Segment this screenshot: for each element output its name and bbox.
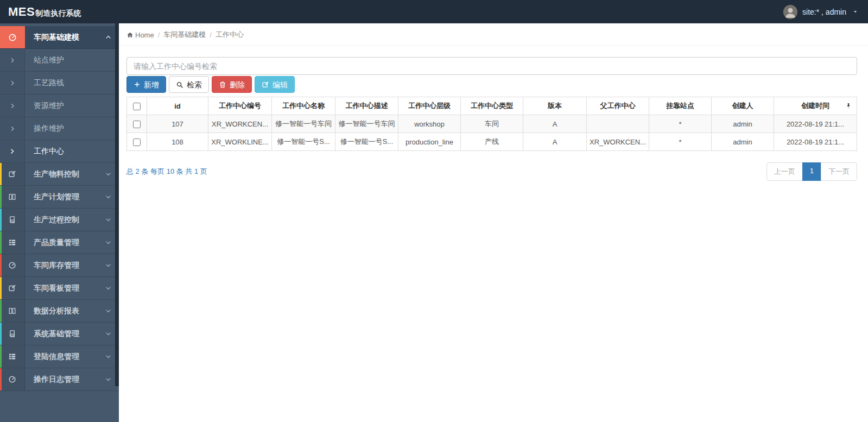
list-icon	[0, 231, 25, 254]
pagination: 上一页 1 下一页	[766, 162, 857, 181]
caret-down-icon	[852, 9, 858, 15]
sidebar-item-quality-management[interactable]: 产品质量管理	[0, 231, 119, 254]
sidebar-item-system-management[interactable]: 系统基础管理	[0, 323, 119, 345]
col-header-level: 工作中心层级	[398, 97, 461, 115]
sidebar-item-inventory-management[interactable]: 车间库存管理	[0, 254, 119, 277]
col-header-name: 工作中心名称	[272, 97, 335, 115]
sidebar-item-material-control[interactable]: 生产物料控制	[0, 163, 119, 186]
angle-right-icon	[0, 117, 25, 140]
book-icon	[0, 209, 25, 231]
color-strip	[0, 300, 2, 322]
cell-name: 修一智能一号车间	[272, 115, 335, 133]
dashboard-icon	[0, 368, 25, 390]
sidebar-item-workshop-modeling[interactable]: 车间基础建模	[0, 26, 119, 49]
cell-parent: XR_WORKCEN...	[587, 133, 649, 151]
page-1-button[interactable]: 1	[802, 162, 821, 181]
sidebar-item-label: 系统基础管理	[25, 329, 105, 339]
row-select-cell	[127, 115, 147, 133]
edit-icon	[262, 81, 269, 89]
sidebar-item-login-info[interactable]: 登陆信息管理	[0, 345, 119, 368]
select-all-checkbox[interactable]	[133, 103, 141, 110]
sidebar-item-plan-management[interactable]: 生产计划管理	[0, 186, 119, 209]
trash-icon	[219, 81, 226, 89]
list-icon	[0, 345, 25, 368]
sidebar-item-label: 车间库存管理	[25, 261, 105, 270]
col-header-station: 挂靠站点	[649, 97, 712, 115]
cell-creator: admin	[712, 115, 774, 133]
cell-creator: admin	[712, 133, 774, 151]
chevron-down-icon	[105, 171, 112, 178]
color-strip	[0, 254, 2, 276]
chevron-down-icon	[105, 239, 112, 246]
top-navbar: MES 制造执行系统 site:* , admin	[0, 0, 868, 23]
col-header-code: 工作中心编号	[208, 97, 272, 115]
color-strip	[0, 345, 2, 368]
sidebar-item-station-maintenance[interactable]: 站点维护	[0, 49, 119, 72]
cell-parent	[587, 115, 649, 133]
angle-right-icon	[0, 72, 25, 94]
chevron-down-icon	[105, 285, 112, 292]
sidebar-item-label: 站点维护	[25, 55, 119, 65]
prev-page-button[interactable]: 上一页	[766, 162, 803, 181]
col-header-creator: 创建人	[712, 97, 774, 115]
cell-version: A	[523, 133, 587, 151]
col-header-version: 版本	[523, 97, 587, 115]
sidebar: 车间基础建模 站点维护 工艺路线 资源维护 操作维护 工作中心 生产物料控制	[0, 23, 119, 422]
color-strip	[0, 163, 2, 185]
pagination-bar: 总 2 条 每页 10 条 共 1 页 上一页 1 下一页	[126, 162, 857, 181]
breadcrumb-home[interactable]: Home	[126, 31, 154, 39]
home-icon	[126, 32, 134, 39]
app-logo[interactable]: MES 制造执行系统	[8, 5, 81, 19]
sidebar-item-process-route[interactable]: 工艺路线	[0, 72, 119, 95]
sidebar-item-label: 车间看板管理	[25, 284, 105, 293]
sidebar-item-operation-log[interactable]: 操作日志管理	[0, 368, 119, 391]
next-page-button[interactable]: 下一页	[821, 162, 857, 181]
add-button[interactable]: 新增	[126, 76, 166, 93]
sidebar-scrollbar[interactable]	[115, 23, 119, 386]
chevron-down-icon	[105, 330, 112, 337]
sidebar-item-label: 生产物料控制	[25, 169, 105, 179]
delete-button[interactable]: 删除	[212, 76, 252, 93]
sidebar-item-process-control[interactable]: 生产过程控制	[0, 209, 119, 231]
search-button[interactable]: 检索	[169, 76, 209, 93]
color-strip	[0, 209, 2, 231]
sidebar-item-data-report[interactable]: 数据分析报表	[0, 300, 119, 323]
cell-level: production_line	[398, 133, 461, 151]
sidebar-item-kanban-management[interactable]: 车间看板管理	[0, 277, 119, 300]
sidebar-item-operation-maintenance[interactable]: 操作维护	[0, 117, 119, 140]
user-label: site:* , admin	[802, 8, 846, 16]
row-checkbox[interactable]	[133, 121, 141, 128]
columns-icon	[0, 300, 25, 322]
table-row[interactable]: 108 XR_WORKLINE... 修一智能一号S... 修一智能一号S...…	[127, 133, 857, 151]
logo-mes-text: MES	[8, 5, 35, 19]
cell-version: A	[523, 115, 587, 133]
dashboard-icon	[0, 26, 25, 48]
sidebar-item-label: 生产计划管理	[25, 192, 105, 202]
breadcrumb-separator: /	[210, 31, 212, 39]
book-icon	[0, 323, 25, 345]
cell-station: *	[649, 133, 712, 151]
breadcrumb-level1[interactable]: 车间基础建模	[163, 30, 206, 40]
table-row[interactable]: 107 XR_WORKCEN... 修一智能一号车间 修一智能一号车间 work…	[127, 115, 857, 133]
thumbtack-icon[interactable]	[845, 103, 852, 109]
cell-desc: 修一智能一号S...	[335, 133, 398, 151]
sidebar-item-work-center[interactable]: 工作中心	[0, 140, 119, 163]
user-menu[interactable]: site:* , admin	[783, 5, 858, 19]
sidebar-item-label: 车间基础建模	[25, 33, 105, 42]
search-input[interactable]	[126, 57, 857, 75]
cell-type: 产线	[461, 133, 523, 151]
col-header-created-time: 创建时间	[774, 97, 857, 115]
breadcrumb-current: 工作中心	[216, 30, 244, 40]
cell-code: XR_WORKCEN...	[208, 115, 272, 133]
angle-right-icon	[0, 49, 25, 71]
breadcrumb: Home / 车间基础建模 / 工作中心	[119, 23, 868, 46]
breadcrumb-separator: /	[158, 31, 160, 39]
edit-button[interactable]: 编辑	[255, 76, 295, 93]
row-checkbox[interactable]	[133, 138, 141, 146]
sidebar-item-label: 登陆信息管理	[25, 352, 105, 362]
toolbar: 新增 检索 删除 编辑	[126, 76, 857, 93]
sidebar-item-resource-maintenance[interactable]: 资源维护	[0, 95, 119, 117]
col-header-desc: 工作中心描述	[335, 97, 398, 115]
logo-suffix-text: 制造执行系统	[35, 9, 81, 18]
cell-desc: 修一智能一号车间	[335, 115, 398, 133]
